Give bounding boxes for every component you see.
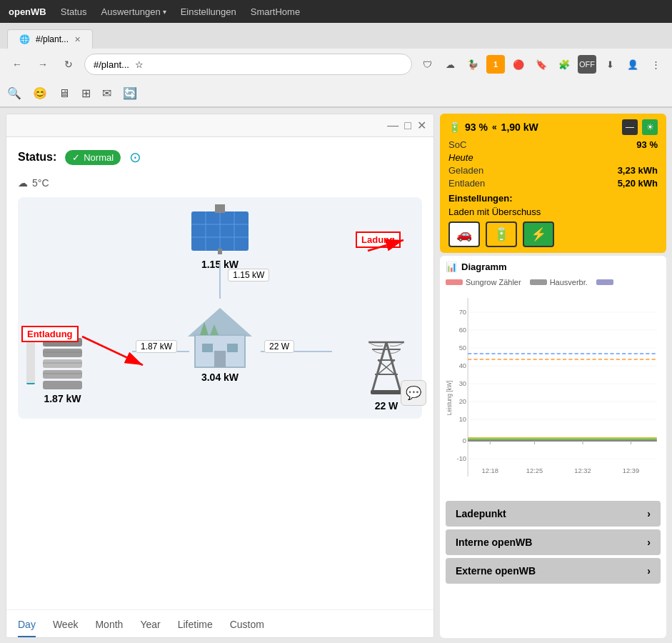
navbar-auswertungen[interactable]: Auswertungen ▾ [101,6,166,17]
ublock-icon[interactable]: 🛡 [418,55,436,74]
externe-openwb-section[interactable]: Externe openWB › [446,558,661,584]
battery-charge-button[interactable]: 🔋 [486,221,517,247]
monitor-icon[interactable]: 🖥 [59,87,70,100]
status-value: Normal [84,152,114,163]
svg-text:0: 0 [463,437,466,444]
charge-mode-buttons: 🚗 🔋 ⚡ [448,221,658,247]
navbar: openWB Status Auswertungen ▾ Einstellung… [0,0,672,23]
settings-title: Einstellungen: [448,193,658,204]
clock-icon[interactable]: ⊙ [129,149,141,166]
soc-label: SoC [448,139,466,150]
ext1-icon[interactable]: 1 [486,55,505,74]
ladung-label: Ladung [356,231,401,248]
svg-rect-16 [43,370,82,379]
tab-day[interactable]: Day [18,619,36,637]
svg-text:12:25: 12:25 [526,467,543,474]
svg-rect-6 [215,204,225,213]
tab-month[interactable]: Month [95,619,123,637]
tab-year[interactable]: Year [140,619,160,637]
interne-label: Interne openWB [456,537,532,548]
profile-icon[interactable]: 👤 [623,55,642,74]
tab-close-icon[interactable]: ✕ [74,35,81,44]
navbar-status[interactable]: Status [61,6,87,17]
navbar-smarthome[interactable]: SmartHome [251,6,300,17]
address-bar[interactable]: #/plant... ☆ [84,54,412,75]
close-button[interactable]: ✕ [417,119,426,132]
svg-rect-15 [43,381,82,389]
legend-hausverbr-color [530,279,547,285]
legend-hausverbr: Hausverbr. [530,278,588,286]
status-bar: Status: ✓ Normal ⊙ [18,149,422,166]
house-icon [184,304,256,369]
svg-text:-10: -10 [457,455,466,462]
solar-panel: 1.15 kW [188,204,252,270]
message-icon-btn[interactable]: 💬 [401,380,426,406]
solar-card-button[interactable]: ☀ [642,119,658,135]
ladepunkt-section[interactable]: Ladepunkt › [446,501,661,527]
ladung-annotation: Ladung [356,233,401,246]
star-icon[interactable]: ☆ [135,59,144,70]
navbar-einstellungen[interactable]: Einstellungen [181,6,236,17]
house-value: 3.04 kW [184,372,256,383]
eco-charge-button[interactable]: ⚡ [523,221,554,247]
minimize-card-button[interactable]: — [622,119,638,135]
tab-lifetime[interactable]: Lifetime [178,619,213,637]
legend-third-color [596,279,613,285]
soc-row: SoC 93 % [448,139,658,150]
battery-power-val: 1,90 kW [501,121,538,133]
menu-icon[interactable]: ⋮ [646,55,665,74]
cloud-icon[interactable]: ☁ [441,55,459,74]
navbar-brand[interactable]: openWB [9,6,46,17]
message-icon[interactable]: 💬 [401,380,426,406]
dashboard-content: Status: ✓ Normal ⊙ ☁ 5°C [6,137,433,442]
interne-openwb-section[interactable]: Interne openWB › [446,529,661,555]
browser-tab[interactable]: 🌐 #/plant... ✕ [7,29,93,49]
chart-title: Diagramm [461,261,507,272]
sync-icon[interactable]: 🔄 [123,86,137,100]
browser-chrome: 🌐 #/plant... ✕ ← → ↻ #/plant... ☆ 🛡 ☁ 🦆 … [0,23,672,108]
status-badge: ✓ Normal [65,150,121,165]
soc-value: 93 % [636,139,658,150]
ext3-icon[interactable]: OFF [578,55,596,74]
download-icon[interactable]: ⬇ [601,55,619,74]
tab-week[interactable]: Week [53,619,79,637]
forward-button[interactable]: → [33,54,53,74]
duck-icon[interactable]: 🦆 [463,55,482,74]
chart-icon: 📊 [446,261,457,272]
entladung-label: Entladung [21,326,79,342]
svg-text:70: 70 [459,309,466,316]
mail-icon[interactable]: ✉ [102,86,111,100]
tab-custom[interactable]: Custom [230,619,264,637]
minimize-button[interactable]: — [387,119,398,132]
svg-text:10: 10 [459,416,466,423]
browser-tabs: 🌐 #/plant... ✕ [0,23,672,49]
geladen-row: Geladen 3,23 kWh [448,165,658,176]
back-button[interactable]: ← [7,54,27,74]
emoji-icon[interactable]: 😊 [33,86,47,100]
status-label: Status: [18,151,56,164]
search-toolbar-icon[interactable]: 🔍 [7,86,21,100]
maximize-button[interactable]: □ [404,119,411,132]
charge-mode-value: Laden mit Überschuss [448,206,541,217]
puzzle-icon[interactable]: 🧩 [555,55,573,74]
chart-legend: Sungrow Zähler Hausverbr. [446,278,661,286]
right-panel: 🔋 93 % « 1,90 kW — ☀ SoC 93 % Heute Gela… [440,114,666,638]
ext2-icon[interactable]: 🔴 [509,55,528,74]
entladen-row: Entladen 5,20 kWh [448,178,658,189]
browser-toolbar2: 🔍 😊 🖥 ⊞ ✉ 🔄 [0,80,672,107]
legend-hausverbr-label: Hausverbr. [550,278,588,286]
battery-card-header: 🔋 93 % « 1,90 kW — ☀ [448,119,658,135]
panel-header: — □ ✕ [6,114,433,137]
geladen-label: Geladen [448,165,483,176]
reload-button[interactable]: ↻ [59,54,79,74]
car-charge-button[interactable]: 🚗 [448,221,480,247]
apps-icon[interactable]: ⊞ [81,86,91,100]
legend-third [596,278,613,286]
flow-line-solar-house [219,263,221,299]
externe-chevron-icon: › [647,565,651,577]
svg-rect-11 [227,344,238,352]
browser-icons: 🛡 ☁ 🦆 1 🔴 🔖 🧩 OFF ⬇ 👤 ⋮ [418,55,665,74]
bookmark-icon[interactable]: 🔖 [532,55,551,74]
svg-text:20: 20 [459,398,466,405]
bottom-sections: Ladepunkt › Interne openWB › Externe ope… [446,501,661,584]
